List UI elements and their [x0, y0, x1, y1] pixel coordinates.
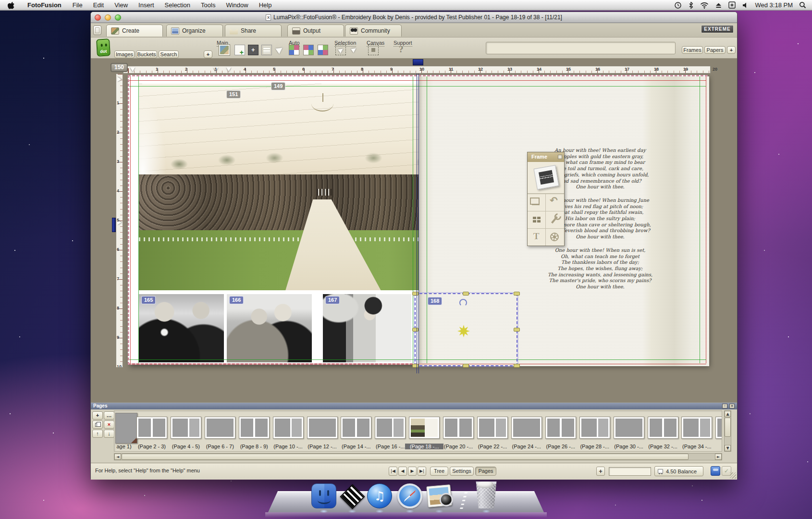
- undo-tool[interactable]: ↶: [546, 194, 564, 211]
- buckets-button[interactable]: Buckets: [136, 50, 157, 58]
- page-thumbnail[interactable]: [239, 417, 270, 439]
- pages-panel-restore-button[interactable]: ▫: [722, 404, 727, 408]
- page-label[interactable]: (Page 28 -...: [576, 444, 614, 449]
- resize-handle[interactable]: [463, 292, 469, 296]
- resize-handle[interactable]: [514, 292, 520, 296]
- strip-photo-1[interactable]: [139, 294, 224, 362]
- balance-button[interactable]: 4.50 Balance: [654, 466, 703, 476]
- page-label[interactable]: (Page 26 -...: [541, 444, 580, 449]
- ruler-marker-icon[interactable]: [117, 77, 122, 82]
- safari-dock-icon[interactable]: [397, 483, 422, 508]
- resize-handle[interactable]: [412, 328, 418, 332]
- input-source-icon[interactable]: [728, 1, 736, 9]
- page-label[interactable]: (Page 2 - 3): [133, 444, 171, 449]
- credits-icon-button[interactable]: [711, 466, 720, 476]
- pointer-select-icon[interactable]: [349, 45, 359, 55]
- eject-icon[interactable]: [715, 2, 722, 9]
- apple-menu-icon[interactable]: [8, 1, 15, 9]
- page-label[interactable]: (Page 12 -...: [303, 444, 342, 449]
- insert-image-icon[interactable]: [219, 45, 230, 55]
- next-page-button[interactable]: ▶: [408, 467, 417, 476]
- page-thumbnail[interactable]: [273, 417, 304, 439]
- more-options-button[interactable]: …: [104, 411, 114, 420]
- page-thumbnail[interactable]: [648, 417, 678, 439]
- page-thumbnail[interactable]: [715, 417, 722, 439]
- pages-view-button[interactable]: Pages: [475, 467, 496, 476]
- page-label[interactable]: (Page 34 -...: [677, 444, 716, 449]
- menu-insert[interactable]: Insert: [133, 1, 160, 9]
- previous-page-button[interactable]: ◀: [398, 467, 407, 476]
- page-thumbnail[interactable]: [136, 417, 167, 439]
- add-page-button[interactable]: +: [92, 411, 103, 420]
- resize-grip[interactable]: [730, 472, 736, 479]
- color-wheel-tool[interactable]: [546, 228, 564, 246]
- marquee-select-icon[interactable]: [335, 45, 346, 55]
- insert-text-frame-icon[interactable]: [261, 45, 272, 55]
- workspace-toggle-icon[interactable]: [93, 25, 101, 35]
- tab-create[interactable]: Create: [106, 25, 163, 37]
- page-label[interactable]: (Page 4 - 5): [167, 444, 205, 449]
- wrench-tool[interactable]: [546, 211, 564, 228]
- tab-organize[interactable]: Organize: [166, 25, 223, 37]
- page-thumbnail[interactable]: [477, 417, 508, 439]
- frames-button[interactable]: Frames: [682, 46, 703, 54]
- page-label[interactable]: (Page 20 -...: [439, 444, 478, 449]
- fotofusion-dock-icon[interactable]: [339, 483, 365, 509]
- page-label[interactable]: (Page 22 -...: [473, 444, 512, 449]
- scrollbar-thumb[interactable]: [725, 418, 731, 437]
- resize-handle[interactable]: [412, 364, 418, 368]
- scroll-down-button[interactable]: ▼: [725, 445, 731, 451]
- last-page-button[interactable]: ▶|: [418, 467, 426, 476]
- ruler-marker-icon[interactable]: [130, 67, 135, 72]
- page-thumbnail[interactable]: [545, 417, 576, 439]
- page-thumbnail[interactable]: [375, 417, 406, 439]
- horizontal-ruler[interactable]: 1234567891011121314151617181920: [123, 66, 711, 74]
- page-label[interactable]: (Page 8 - 9): [235, 444, 273, 449]
- wifi-icon[interactable]: [700, 2, 709, 9]
- tab-community[interactable]: Community: [345, 25, 402, 37]
- menu-view[interactable]: View: [109, 1, 133, 9]
- autocollage-shuffle-icon[interactable]: [303, 45, 314, 55]
- frame-stack-tool[interactable]: [528, 194, 546, 211]
- menu-clock[interactable]: Wed 3:18 PM: [755, 1, 793, 9]
- page-thumbnail[interactable]: [341, 417, 371, 439]
- page-thumbnail[interactable]: [579, 417, 610, 439]
- page-label[interactable]: (Page 14 -...: [337, 444, 375, 449]
- page-label[interactable]: (Page 10 -...: [269, 444, 308, 449]
- palette-pin-box[interactable]: [558, 155, 562, 159]
- page-thumbnail[interactable]: [409, 417, 440, 439]
- pages-horizontal-scrollbar[interactable]: ◄ ►: [114, 453, 722, 460]
- menu-app-name[interactable]: FotoFusion: [22, 1, 67, 9]
- strip-photo-3[interactable]: [323, 294, 411, 362]
- resize-handle[interactable]: [412, 292, 418, 296]
- page-label[interactable]: (Page 32 -...: [644, 444, 682, 449]
- strip-photo-2[interactable]: [227, 294, 312, 362]
- menu-file[interactable]: File: [67, 1, 88, 9]
- canvas-workspace[interactable]: 150 1234567891011121314151617181920 1234…: [91, 59, 737, 402]
- status-input-field[interactable]: [609, 467, 651, 476]
- rotation-handle-star[interactable]: [457, 325, 470, 337]
- tab-share[interactable]: Share: [225, 25, 282, 37]
- help-icon[interactable]: [396, 45, 406, 55]
- time-machine-icon[interactable]: [674, 1, 682, 9]
- images-button[interactable]: Images: [114, 50, 135, 58]
- page-label[interactable]: (Pag: [712, 444, 722, 449]
- window-title-bar[interactable]: X LumaPix®::FotoFusion® - Embroidery Boo…: [91, 12, 737, 23]
- page-label[interactable]: (Page 30 -...: [610, 444, 648, 449]
- pages-vertical-scrollbar[interactable]: ▲ ▼: [724, 410, 731, 452]
- page-thumbnail[interactable]: [205, 417, 235, 439]
- scroll-up-button[interactable]: ▲: [725, 411, 731, 417]
- insert-page-icon[interactable]: [234, 45, 245, 55]
- page-thumbnail[interactable]: [614, 417, 644, 439]
- spotlight-icon[interactable]: [799, 1, 806, 9]
- text-tool[interactable]: T: [528, 228, 546, 246]
- scroll-right-button[interactable]: ►: [715, 454, 722, 460]
- resize-handle[interactable]: [514, 328, 520, 332]
- add-bucket-button[interactable]: +: [204, 50, 212, 58]
- itunes-dock-icon[interactable]: ♫: [367, 483, 392, 508]
- menu-tools[interactable]: Tools: [196, 1, 221, 9]
- page-thumbnail[interactable]: [115, 413, 137, 444]
- add-panel-button[interactable]: +: [727, 46, 736, 54]
- finder-dock-icon[interactable]: [311, 483, 336, 508]
- delete-page-button[interactable]: ×: [104, 420, 114, 429]
